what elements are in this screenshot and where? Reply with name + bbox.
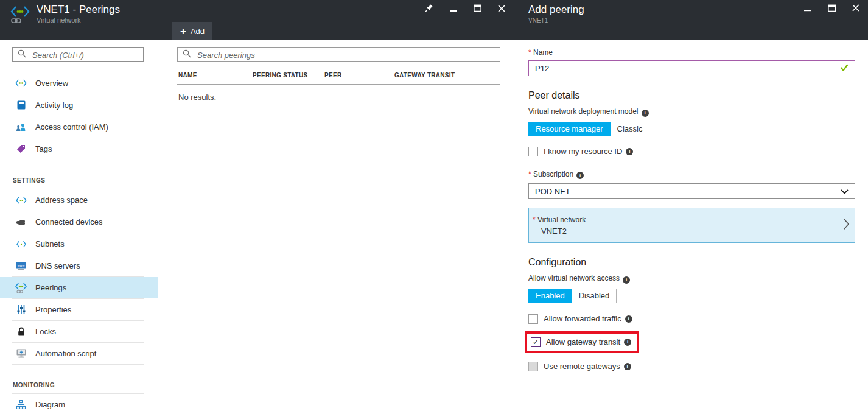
section-settings: SETTINGS — [0, 168, 158, 189]
access-control-icon — [15, 123, 27, 132]
peerings-icon — [15, 283, 27, 293]
sidebar-item-label: Tags — [35, 144, 52, 153]
maximize-icon[interactable] — [828, 4, 836, 12]
add-button-label: Add — [191, 27, 205, 36]
sidebar-item-label: Peerings — [35, 283, 66, 292]
close-icon[interactable] — [498, 5, 505, 12]
subscription-select[interactable]: POD NET — [528, 183, 855, 199]
toggle-option-enabled[interactable]: Enabled — [528, 289, 572, 303]
sidebar-item-subnets[interactable]: Subnets — [0, 233, 158, 255]
column-gateway-transit: GATEWAY TRANSIT — [394, 72, 500, 79]
sidebar-item-activity-log[interactable]: Activity log — [0, 94, 158, 116]
activity-log-icon — [15, 100, 27, 110]
dns-servers-icon: www — [15, 262, 27, 270]
close-icon[interactable] — [852, 4, 859, 12]
sidebar-item-label: Diagram — [35, 400, 65, 409]
chevron-right-icon — [843, 218, 850, 233]
add-peering-button[interactable]: + Add — [172, 22, 212, 40]
sidebar-item-label: Access control (IAM) — [35, 122, 108, 132]
allow-access-toggle: Enabled Disabled — [528, 289, 617, 303]
sidebar-item-label: Connected devices — [35, 217, 103, 227]
allow-gateway-transit-checkbox[interactable]: ✓ — [531, 337, 541, 347]
peerings-search-input[interactable] — [196, 50, 495, 60]
sidebar-item-label: Properties — [35, 305, 71, 314]
info-icon[interactable]: i — [624, 339, 631, 346]
pin-icon[interactable] — [425, 4, 433, 13]
sidebar-item-label: Automation script — [35, 349, 96, 358]
configuration-heading: Configuration — [528, 257, 855, 268]
name-input-value: P12 — [535, 64, 549, 73]
subscription-value: POD NET — [535, 187, 570, 196]
sidebar-item-properties[interactable]: Properties — [0, 299, 158, 320]
sidebar-item-label: DNS servers — [35, 261, 80, 270]
allow-forwarded-traffic-label: Allow forwarded traffic — [544, 314, 621, 323]
minimize-icon[interactable] — [450, 4, 457, 13]
blade-subtitle: VNET1 — [528, 17, 868, 24]
subscription-label: Subscriptioni — [528, 170, 855, 180]
toggle-option-disabled[interactable]: Disabled — [572, 289, 617, 303]
sidebar-item-address-space[interactable]: Address space — [0, 189, 158, 211]
resource-menu: Overview Activity log Access control (IA… — [0, 40, 158, 411]
menu-search-input[interactable] — [31, 50, 138, 60]
properties-icon — [15, 305, 27, 314]
toggle-option-resource-manager[interactable]: Resource manager — [528, 122, 611, 136]
virtual-network-label: Virtual network — [533, 216, 843, 224]
use-remote-gateways-row[interactable]: Use remote gateways i — [528, 362, 855, 371]
resource-id-checkbox-label: I know my resource ID — [544, 147, 622, 156]
peerings-table-header: NAME PEERING STATUS PEER GATEWAY TRANSIT — [178, 72, 500, 79]
sidebar-item-tags[interactable]: Tags — [0, 138, 158, 160]
sidebar-item-label: Overview — [35, 79, 68, 88]
search-icon — [18, 49, 26, 60]
info-icon[interactable]: i — [623, 276, 630, 284]
peerings-blade-header: VNET1 - Peerings Virtual network — [0, 0, 514, 40]
sidebar-item-diagram[interactable]: Diagram — [0, 394, 158, 411]
name-input[interactable]: P12 — [528, 60, 855, 76]
azure-portal: VNET1 - Peerings Virtual network — [0, 0, 868, 411]
empty-results-text: No results. — [178, 93, 514, 102]
lock-icon — [15, 327, 27, 336]
sidebar-item-access-control[interactable]: Access control (IAM) — [0, 116, 158, 138]
virtual-network-icon — [10, 5, 30, 27]
address-space-icon — [15, 197, 27, 204]
info-icon[interactable]: i — [642, 110, 649, 117]
resource-id-checkbox-row[interactable]: I know my resource ID i — [528, 147, 855, 156]
menu-search-box[interactable] — [12, 47, 144, 62]
use-remote-gateways-label: Use remote gateways — [544, 362, 620, 371]
maximize-icon[interactable] — [474, 4, 481, 12]
connected-devices-icon — [15, 219, 27, 225]
virtual-network-value: VNET2 — [533, 227, 843, 236]
info-icon[interactable]: i — [624, 363, 631, 370]
sidebar-item-locks[interactable]: Locks — [0, 321, 158, 342]
divider — [177, 110, 500, 110]
allow-gateway-transit-row[interactable]: ✓ Allow gateway transit i — [531, 337, 631, 347]
allow-access-label: Allow virtual network accessi — [528, 274, 855, 284]
info-icon[interactable]: i — [576, 172, 584, 179]
subnets-icon — [15, 241, 27, 248]
chevron-down-icon — [841, 187, 849, 196]
automation-script-icon — [15, 349, 27, 358]
blade-subtitle: Virtual network — [37, 16, 120, 24]
use-remote-gateways-checkbox[interactable] — [528, 362, 538, 371]
sidebar-item-overview[interactable]: Overview — [0, 72, 158, 94]
info-icon[interactable]: i — [626, 148, 633, 155]
toggle-option-classic[interactable]: Classic — [611, 122, 650, 136]
allow-forwarded-traffic-row[interactable]: Allow forwarded traffic i — [528, 314, 855, 324]
add-peering-form: Name P12 Peer details Virtual network de… — [514, 40, 868, 411]
sidebar-item-connected-devices[interactable]: Connected devices — [0, 211, 158, 233]
name-field-label: Name — [528, 48, 855, 57]
peerings-search-box[interactable] — [177, 47, 500, 62]
sidebar-item-peerings[interactable]: Peerings — [0, 277, 158, 298]
resource-id-checkbox[interactable] — [528, 147, 538, 156]
sidebar-item-automation-script[interactable]: Automation script — [0, 343, 158, 364]
column-name: NAME — [178, 72, 253, 79]
divider — [177, 84, 500, 85]
info-icon[interactable]: i — [625, 315, 632, 323]
allow-forwarded-traffic-checkbox[interactable] — [528, 314, 538, 324]
virtual-network-picker[interactable]: Virtual network VNET2 — [528, 208, 855, 243]
column-peer: PEER — [324, 72, 394, 79]
overview-icon — [15, 79, 27, 87]
sidebar-item-dns-servers[interactable]: www DNS servers — [0, 255, 158, 276]
minimize-icon[interactable] — [804, 4, 811, 12]
deployment-model-label: Virtual network deployment modeli — [528, 107, 855, 117]
plus-icon: + — [180, 26, 186, 37]
